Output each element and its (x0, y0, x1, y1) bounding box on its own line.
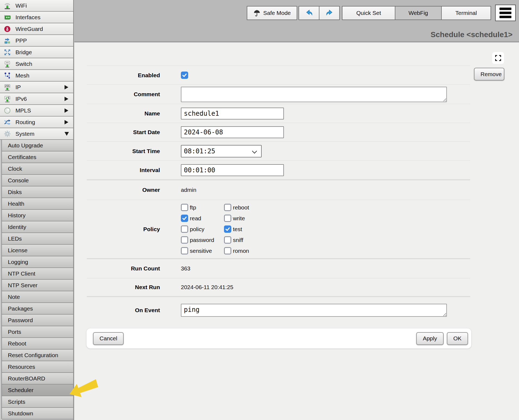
romon-checkbox[interactable] (224, 247, 231, 254)
name-label: Name (87, 110, 160, 117)
write-checkbox[interactable] (224, 215, 231, 222)
redo-icon (325, 9, 334, 17)
tab-terminal[interactable]: Terminal (441, 6, 491, 20)
sidebar-item-mesh[interactable]: Mesh (0, 70, 73, 81)
next-run-label: Next Run (87, 284, 160, 290)
comment-textarea[interactable] (181, 87, 447, 102)
policy-option-label: ftp (190, 204, 196, 211)
sidebar-item-leds[interactable]: LEDs (2, 233, 73, 244)
expand-right-icon (65, 85, 68, 89)
form-row-on-event: On Event ping (87, 297, 470, 324)
sidebar-item-note[interactable]: Note (2, 291, 73, 302)
form-row-interval: Interval (87, 160, 470, 179)
sidebar-item-health[interactable]: Health (2, 198, 73, 209)
sidebar-item-label: IP (15, 84, 60, 91)
sidebar-item-certificates[interactable]: Certificates (2, 151, 73, 163)
sensitive-checkbox[interactable] (181, 247, 188, 254)
sidebar-item-label: Disks (8, 189, 22, 195)
form-row-run-count: Run Count 363 (87, 259, 470, 278)
cancel-button[interactable]: Cancel (93, 332, 124, 345)
policy-option-label: sensitive (190, 248, 212, 254)
sidebar-item-label: NTP Server (8, 282, 37, 289)
sidebar-item-logging[interactable]: Logging (2, 256, 73, 267)
sidebar-item-identity[interactable]: Identity (2, 221, 73, 232)
sidebar-item-reboot[interactable]: Reboot (2, 338, 73, 349)
redo-button[interactable] (319, 6, 340, 20)
comment-label: Comment (87, 91, 160, 98)
owner-value: admin (181, 187, 196, 193)
interval-input[interactable] (181, 164, 284, 176)
start-time-select[interactable]: 08:01:25 (181, 145, 262, 157)
terminal-label: Terminal (455, 10, 477, 16)
test-checkbox[interactable] (224, 225, 231, 233)
sidebar-item-wifi[interactable]: WiFi (0, 0, 73, 11)
sidebar-item-bridge[interactable]: Bridge (0, 47, 73, 58)
start-date-label: Start Date (87, 129, 160, 135)
sidebar-item-label: Routing (15, 119, 60, 125)
sidebar-item-label: Note (8, 294, 20, 300)
start-date-input[interactable] (181, 126, 284, 138)
sidebar-item-console[interactable]: Console (2, 175, 73, 186)
sidebar-item-label: Ports (8, 329, 21, 335)
sidebar-item-history[interactable]: History (2, 210, 73, 221)
sniff-checkbox[interactable] (224, 236, 231, 244)
read-checkbox[interactable] (181, 215, 188, 222)
sidebar-item-switch[interactable]: Switch (0, 58, 73, 69)
sidebar-item-auto-upgrade[interactable]: Auto Upgrade (2, 140, 73, 151)
sidebar-item-packages[interactable]: Packages (2, 303, 73, 314)
sidebar-item-ipv6[interactable]: 6 IPv6 (0, 93, 73, 104)
wireguard-icon (3, 25, 11, 33)
tab-quick-set[interactable]: Quick Set (342, 6, 395, 20)
ftp-checkbox[interactable] (181, 204, 188, 211)
sidebar-item-scripts[interactable]: Scripts (2, 396, 73, 407)
sidebar-item-scheduler[interactable]: Scheduler (2, 385, 73, 396)
sidebar-item-mpls[interactable]: MPLS (0, 105, 73, 116)
menu-button[interactable] (495, 5, 516, 21)
undo-button[interactable] (299, 6, 319, 20)
policy-checkbox[interactable] (181, 225, 188, 233)
ok-button[interactable]: OK (447, 332, 468, 345)
password-checkbox[interactable] (181, 236, 188, 244)
on-event-textarea[interactable]: ping (181, 304, 447, 317)
ip-icon: 255 (3, 83, 11, 91)
policy-option-password: password (181, 236, 224, 244)
sidebar-item-routing[interactable]: Routing (0, 117, 73, 128)
sidebar-item-ppp[interactable]: PPP (0, 35, 73, 46)
webfig-label: WebFig (409, 10, 428, 16)
sidebar-item-password[interactable]: Password (2, 315, 73, 326)
sidebar-item-label: Packages (8, 305, 33, 312)
tab-webfig[interactable]: WebFig (395, 6, 442, 20)
sidebar-item-interfaces[interactable]: Interfaces (0, 12, 73, 23)
sidebar: WiFi Interfaces WireGuard PPP Bridge Swi… (0, 0, 74, 420)
fullscreen-button[interactable] (492, 52, 504, 64)
mpls-icon (3, 106, 11, 115)
reboot-checkbox[interactable] (224, 204, 231, 211)
enabled-checkbox[interactable] (181, 72, 188, 79)
remove-button[interactable]: Remove (474, 68, 504, 80)
sidebar-item-ip[interactable]: 255 IP (0, 82, 73, 93)
sidebar-item-clock[interactable]: Clock (2, 163, 73, 174)
sidebar-item-resources[interactable]: Resources (2, 361, 73, 372)
sidebar-item-ntp-server[interactable]: NTP Server (2, 280, 73, 291)
system-submenu: Auto Upgrade Certificates Clock Console … (1, 140, 73, 419)
sidebar-item-disks[interactable]: Disks (2, 186, 73, 198)
sidebar-item-ports[interactable]: Ports (2, 326, 73, 337)
safe-mode-label: Safe Mode (263, 10, 291, 16)
sidebar-item-ntp-client[interactable]: NTP Client (2, 268, 73, 279)
sidebar-item-system[interactable]: System (0, 128, 73, 139)
sidebar-item-label: RouterBOARD (8, 375, 45, 382)
undo-icon (305, 9, 313, 17)
expand-right-icon (65, 120, 68, 124)
name-input[interactable] (181, 108, 284, 119)
sidebar-item-shutdown[interactable]: Shutdown (2, 408, 73, 419)
apply-button[interactable]: Apply (416, 332, 444, 345)
policy-label: Policy (87, 226, 160, 232)
sidebar-item-label: IPv6 (15, 96, 60, 102)
header: Safe Mode Quick Set WebFig Terminal Sche… (74, 0, 519, 42)
sidebar-item-wireguard[interactable]: WireGuard (0, 23, 73, 34)
sidebar-item-reset-configuration[interactable]: Reset Configuration (2, 350, 73, 361)
policy-option-label: read (190, 215, 201, 222)
sidebar-item-routerboard[interactable]: RouterBOARD (2, 373, 73, 384)
sidebar-item-license[interactable]: License (2, 245, 73, 256)
safe-mode-button[interactable]: Safe Mode (247, 6, 297, 20)
